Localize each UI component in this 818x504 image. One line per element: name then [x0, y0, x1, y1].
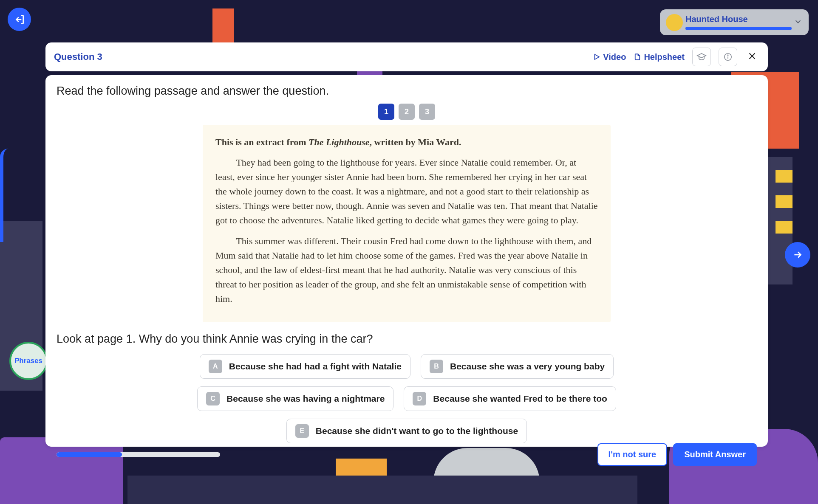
play-icon	[593, 53, 600, 61]
passage-paragraph: This summer was different. Their cousin …	[215, 234, 598, 306]
exit-button[interactable]	[8, 8, 31, 31]
progress-fill	[57, 452, 122, 457]
bg-decoration	[212, 8, 234, 47]
passage-intro-prefix: This is an extract from	[215, 137, 309, 147]
page-tabs: 123	[57, 104, 757, 120]
passage-para1-text: They had been going to the lighthouse fo…	[215, 157, 598, 225]
phrases-label: Phrases	[14, 357, 42, 365]
question-card: Read the following passage and answer th…	[45, 75, 768, 447]
video-link[interactable]: Video	[593, 52, 626, 62]
question-footer: I'm not sure Submit Answer	[57, 443, 757, 466]
progress-bar	[57, 452, 220, 457]
bg-decoration	[0, 149, 30, 242]
answer-text: Because she had had a fight with Natalie	[229, 361, 402, 372]
not-sure-button[interactable]: I'm not sure	[597, 443, 668, 466]
answer-text: Because she was having a nightmare	[226, 394, 385, 404]
document-icon	[634, 53, 641, 61]
answer-letter: B	[430, 360, 443, 373]
page-tab-1[interactable]: 1	[378, 104, 394, 120]
answers-container: ABecause she had had a fight with Natali…	[57, 354, 757, 443]
answer-letter: C	[206, 392, 220, 405]
answer-option-d[interactable]: DBecause she wanted Fred to be there too	[404, 386, 616, 411]
next-button[interactable]	[785, 242, 810, 267]
bg-decoration	[127, 476, 637, 504]
close-icon	[747, 51, 757, 61]
graduation-button[interactable]	[692, 48, 711, 66]
answer-option-a[interactable]: ABecause she had had a fight with Natali…	[200, 354, 410, 379]
passage-intro: This is an extract from The Lighthouse, …	[215, 135, 598, 149]
question-header: Question 3 Video Helpsheet	[45, 42, 768, 71]
answer-letter: A	[209, 360, 222, 373]
answer-text: Because she was a very young baby	[450, 361, 605, 372]
phrases-badge[interactable]: Phrases	[9, 342, 48, 380]
answer-text: Because she didn't want to go to the lig…	[316, 426, 518, 436]
info-button[interactable]	[719, 48, 737, 66]
page-tab-3[interactable]: 3	[419, 104, 435, 120]
course-progress-bar	[685, 27, 792, 30]
passage-title: The Lighthouse	[309, 137, 370, 147]
answer-option-c[interactable]: CBecause she was having a nightmare	[197, 386, 393, 411]
answer-option-b[interactable]: BBecause she was a very young baby	[421, 354, 614, 379]
video-label: Video	[603, 52, 626, 62]
exit-icon	[14, 14, 25, 25]
passage-para2-text: This summer was different. Their cousin …	[215, 236, 592, 304]
course-progress-pill[interactable]: Haunted House	[660, 9, 809, 35]
bg-decoration	[776, 195, 793, 208]
helpsheet-label: Helpsheet	[644, 52, 685, 62]
answer-letter: E	[295, 424, 309, 438]
question-text: Look at page 1. Why do you think Annie w…	[57, 332, 757, 346]
course-title: Haunted House	[685, 14, 792, 24]
submit-button[interactable]: Submit Answer	[673, 443, 757, 466]
chevron-down-icon	[793, 17, 803, 28]
answer-text: Because she wanted Fred to be there too	[433, 394, 607, 404]
passage-box: This is an extract from The Lighthouse, …	[203, 125, 611, 322]
arrow-right-icon	[792, 249, 803, 260]
close-button[interactable]	[745, 51, 759, 64]
helpsheet-link[interactable]: Helpsheet	[634, 52, 685, 62]
instruction-text: Read the following passage and answer th…	[57, 84, 757, 98]
bg-decoration	[776, 170, 793, 183]
page-tab-2[interactable]: 2	[399, 104, 415, 120]
graduation-cap-icon	[696, 52, 707, 62]
bg-decoration	[776, 221, 793, 234]
course-avatar	[666, 14, 683, 31]
info-icon	[723, 52, 733, 62]
passage-intro-suffix: , written by Mia Ward.	[370, 137, 461, 147]
svg-point-2	[727, 55, 728, 55]
passage-paragraph: They had been going to the lighthouse fo…	[215, 155, 598, 228]
answer-option-e[interactable]: EBecause she didn't want to go to the li…	[286, 419, 527, 443]
answer-letter: D	[413, 392, 426, 405]
question-number-label: Question 3	[54, 51, 102, 62]
